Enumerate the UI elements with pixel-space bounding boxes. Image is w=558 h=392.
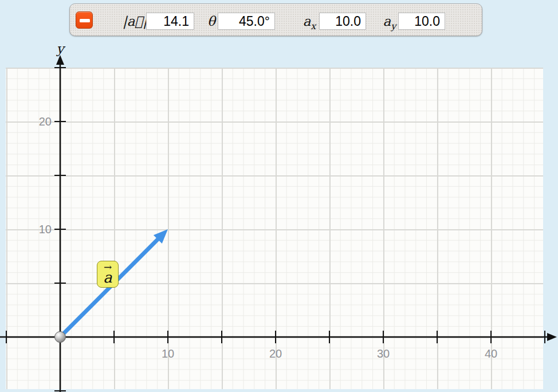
y-tick-label: 10: [39, 223, 52, 236]
x-axis-arrowhead-icon: [547, 333, 557, 341]
x-tick-label: 30: [377, 347, 390, 360]
x-component-value: 10.0: [319, 13, 366, 30]
y-axis-label: y: [53, 41, 67, 56]
x-component-label: ax: [301, 13, 317, 30]
vector-values-toolbar: |a⃗| 14.1 θ 45.0° ax 10.0 ay 10.0: [69, 3, 482, 36]
x-tick-label: 40: [485, 347, 497, 360]
x-tick-label: 20: [269, 347, 282, 360]
y-axis-arrowhead-icon: [56, 55, 64, 65]
remove-vector-button[interactable]: [76, 11, 93, 29]
y-tick-label: 20: [39, 115, 52, 128]
angle-value: 45.0°: [218, 13, 275, 30]
vector-a-label[interactable]: → a: [97, 261, 119, 288]
x-tick-label: 10: [162, 347, 174, 360]
magnitude-label: |a⃗|: [123, 13, 143, 30]
y-component-label: ay: [382, 13, 398, 30]
origin-handle[interactable]: [55, 332, 66, 343]
graph-canvas: 102030401020: [0, 0, 558, 392]
magnitude-value: 14.1: [146, 13, 194, 30]
y-component-value: 10.0: [398, 13, 445, 30]
minus-icon: [80, 19, 90, 22]
vector-letter: a: [103, 271, 112, 284]
angle-label: θ: [206, 13, 217, 30]
